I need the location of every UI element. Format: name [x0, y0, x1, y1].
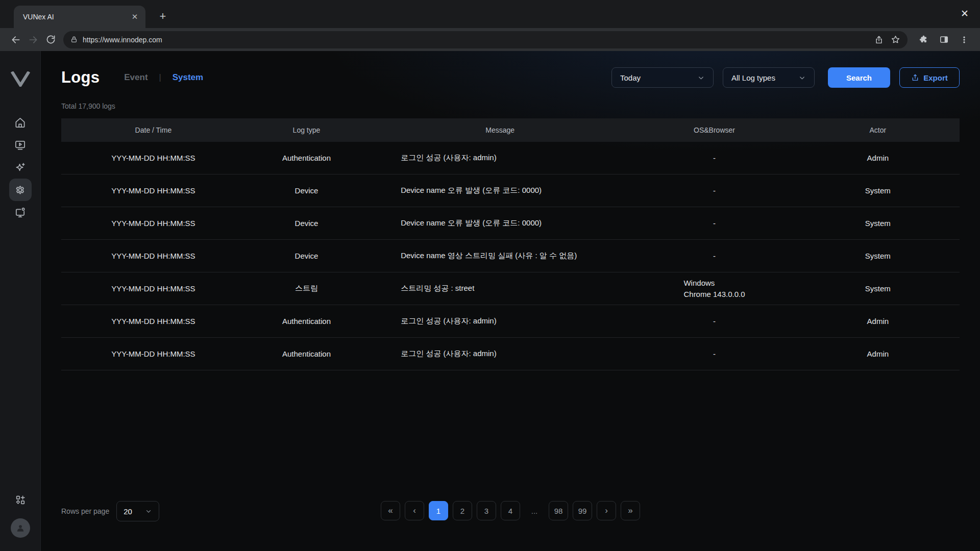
cell-logtype: Device: [246, 186, 368, 195]
table-row[interactable]: YYY-MM-DD HH:MM:SS Device Device name 오류…: [61, 207, 960, 240]
tab-title: VUNex AI: [23, 13, 129, 21]
chevron-down-icon: [145, 508, 152, 515]
rows-per-page-value: 20: [124, 507, 132, 516]
log-type-value: All Log types: [731, 73, 775, 82]
cell-actor: System: [796, 186, 960, 195]
cell-logtype: Authentication: [246, 317, 368, 325]
bookmark-star-icon[interactable]: [887, 32, 903, 48]
ai-sparkles-icon: [14, 162, 26, 173]
cell-actor: System: [796, 284, 960, 293]
pagination-first-icon[interactable]: «: [381, 501, 400, 520]
cell-osbrowser: -: [632, 153, 796, 164]
sidebar-nav: [9, 111, 32, 223]
page-header: Logs Event | System Today All Log types …: [61, 66, 960, 89]
logs-table: Date / Time Log type Message OS&Browser …: [61, 118, 960, 370]
cell-logtype: 스트림: [246, 284, 368, 293]
table-body: YYY-MM-DD HH:MM:SS Authentication 로그인 성공…: [61, 142, 960, 370]
share-icon[interactable]: [871, 32, 887, 48]
browser-tab-bar: VUNex AI ✕ + ✕: [0, 0, 980, 28]
rows-per-page-select[interactable]: 20: [116, 501, 159, 521]
pagination-next-icon[interactable]: ›: [597, 501, 616, 520]
device-monitor-icon: [14, 207, 26, 218]
table-row[interactable]: YYY-MM-DD HH:MM:SS Authentication 로그인 성공…: [61, 338, 960, 370]
pagination-page-99[interactable]: 99: [573, 501, 592, 520]
sidebar-item-ai[interactable]: [9, 156, 32, 179]
main-content: Logs Event | System Today All Log types …: [41, 51, 980, 551]
pagination-last-icon[interactable]: »: [621, 501, 640, 520]
menu-dots-icon[interactable]: [955, 31, 973, 48]
cell-datetime: YYY-MM-DD HH:MM:SS: [61, 252, 246, 260]
cell-osbrowser: -: [632, 348, 796, 360]
browser-toolbar: https://www.innodep.com: [0, 28, 980, 51]
pagination-page-4[interactable]: 4: [501, 501, 520, 520]
table-row[interactable]: YYY-MM-DD HH:MM:SS 스트림 스트리밍 성공 : street …: [61, 272, 960, 305]
sidebar-item-apps[interactable]: [9, 489, 32, 511]
forward-icon[interactable]: [24, 31, 42, 48]
col-message: Message: [368, 126, 632, 134]
table-row[interactable]: YYY-MM-DD HH:MM:SS Authentication 로그인 성공…: [61, 142, 960, 174]
cell-osbrowser: -: [632, 316, 796, 327]
side-panel-icon[interactable]: [935, 31, 952, 48]
export-upload-icon: [911, 73, 919, 82]
reload-icon[interactable]: [42, 31, 59, 48]
date-range-value: Today: [620, 73, 641, 82]
cell-message: 로그인 성공 (사용자: admin): [368, 349, 632, 359]
sidebar-bottom: [9, 489, 32, 538]
cell-datetime: YYY-MM-DD HH:MM:SS: [61, 154, 246, 162]
total-logs-text: Total 17,900 logs: [61, 102, 960, 110]
sidebar-item-home[interactable]: [9, 111, 32, 134]
chevron-down-icon: [697, 74, 705, 82]
tab-divider: |: [159, 73, 161, 82]
pagination-page-2[interactable]: 2: [453, 501, 472, 520]
user-avatar[interactable]: [11, 518, 30, 538]
tab-event[interactable]: Event: [124, 72, 148, 83]
pagination-page-1[interactable]: 1: [429, 501, 448, 520]
back-icon[interactable]: [7, 31, 24, 48]
tab-close-icon[interactable]: ✕: [129, 11, 140, 22]
export-button[interactable]: Export: [899, 67, 960, 88]
pagination-page-98[interactable]: 98: [549, 501, 568, 520]
browser-tab[interactable]: VUNex AI ✕: [14, 6, 145, 28]
page-title: Logs: [61, 68, 100, 87]
cell-datetime: YYY-MM-DD HH:MM:SS: [61, 186, 246, 195]
url-text: https://www.innodep.com: [83, 36, 871, 44]
app-viewport: Logs Event | System Today All Log types …: [0, 51, 980, 551]
tab-system[interactable]: System: [173, 72, 203, 83]
table-row[interactable]: YYY-MM-DD HH:MM:SS Device Device name 오류…: [61, 174, 960, 207]
person-icon: [15, 523, 26, 533]
settings-gear-icon: [14, 184, 26, 196]
cell-message: Device name 오류 발생 (오류 코드: 0000): [368, 186, 632, 195]
cell-logtype: Authentication: [246, 349, 368, 358]
extensions-puzzle-icon[interactable]: [915, 31, 932, 48]
pagination-prev-icon[interactable]: ‹: [405, 501, 424, 520]
cell-actor: Admin: [796, 317, 960, 325]
window-close-icon[interactable]: ✕: [955, 4, 974, 22]
date-range-select[interactable]: Today: [611, 67, 714, 88]
video-wall-icon: [14, 139, 26, 151]
cell-osbrowser: -: [632, 185, 796, 196]
sidebar-item-video[interactable]: [9, 134, 32, 156]
table-row[interactable]: YYY-MM-DD HH:MM:SS Device Device name 영상…: [61, 240, 960, 272]
filter-controls: Today All Log types Search Export: [611, 67, 960, 88]
cell-datetime: YYY-MM-DD HH:MM:SS: [61, 317, 246, 325]
pagination-page-3[interactable]: 3: [477, 501, 496, 520]
vunex-logo-icon: [11, 71, 30, 87]
rows-per-page: Rows per page 20: [61, 500, 159, 522]
cell-message: 로그인 성공 (사용자: admin): [368, 316, 632, 326]
cell-datetime: YYY-MM-DD HH:MM:SS: [61, 219, 246, 228]
chevron-down-icon: [798, 74, 806, 82]
sidebar-item-devices[interactable]: [9, 201, 32, 223]
search-button[interactable]: Search: [828, 67, 890, 88]
new-tab-button[interactable]: +: [156, 9, 170, 23]
export-label: Export: [923, 73, 948, 82]
sidebar-item-settings[interactable]: [9, 179, 32, 201]
cell-actor: System: [796, 252, 960, 260]
cell-message: 로그인 성공 (사용자: admin): [368, 153, 632, 163]
log-type-select[interactable]: All Log types: [723, 67, 815, 88]
cell-logtype: Device: [246, 252, 368, 260]
cell-message: Device name 영상 스트리밍 실패 (사유 : 알 수 없음): [368, 251, 632, 261]
address-bar[interactable]: https://www.innodep.com: [63, 31, 908, 48]
cell-message: 스트리밍 성공 : street: [368, 284, 632, 293]
table-row[interactable]: YYY-MM-DD HH:MM:SS Authentication 로그인 성공…: [61, 305, 960, 338]
toolbar-right-icons: [915, 31, 973, 48]
